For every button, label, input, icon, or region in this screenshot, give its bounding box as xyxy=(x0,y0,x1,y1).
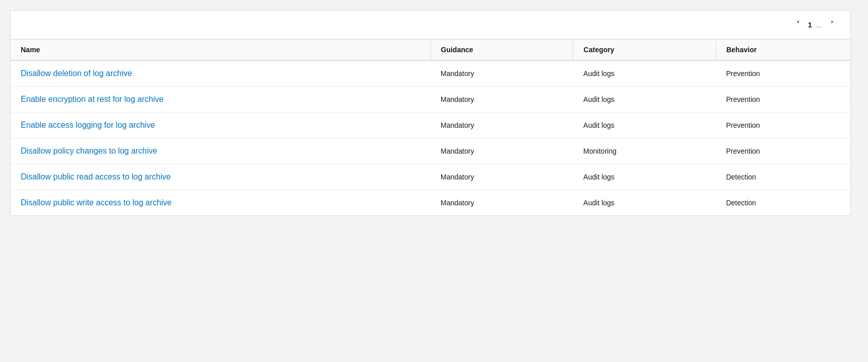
control-link-0[interactable]: Disallow deletion of log archive xyxy=(21,69,132,78)
cell-name-5: Disallow public write access to log arch… xyxy=(11,190,430,216)
table-row: Disallow policy changes to log archiveMa… xyxy=(11,138,850,164)
cell-guidance-3: Mandatory xyxy=(430,138,573,164)
main-container: ˂ 1 ... ˃ Name Guidance Category Behavio… xyxy=(10,10,851,216)
column-header-behavior: Behavior xyxy=(716,40,850,61)
pagination-bar: ˂ 1 ... ˃ xyxy=(11,11,850,39)
cell-guidance-1: Mandatory xyxy=(430,87,573,113)
cell-guidance-2: Mandatory xyxy=(430,113,573,138)
table-body: Disallow deletion of log archiveMandator… xyxy=(11,60,850,215)
cell-behavior-5: Detection xyxy=(716,190,850,216)
table-row: Disallow public write access to log arch… xyxy=(11,190,850,216)
cell-name-3: Disallow policy changes to log archive xyxy=(11,138,430,164)
table-row: Enable access logging for log archiveMan… xyxy=(11,113,850,138)
control-link-5[interactable]: Disallow public write access to log arch… xyxy=(21,198,172,207)
control-link-1[interactable]: Enable encryption at rest for log archiv… xyxy=(21,95,164,103)
pagination-current-page: 1 xyxy=(808,21,812,29)
cell-category-5: Audit logs xyxy=(573,190,716,216)
table-wrapper: Name Guidance Category Behavior Disallow… xyxy=(11,39,850,215)
pagination-prev-button[interactable]: ˂ xyxy=(792,19,804,31)
cell-category-0: Audit logs xyxy=(573,60,716,87)
pagination-next-button[interactable]: ˃ xyxy=(826,19,838,31)
cell-name-1: Enable encryption at rest for log archiv… xyxy=(11,87,430,113)
cell-behavior-1: Prevention xyxy=(716,87,850,113)
cell-category-1: Audit logs xyxy=(573,87,716,113)
cell-category-3: Monitoring xyxy=(573,138,716,164)
cell-name-0: Disallow deletion of log archive xyxy=(11,60,430,87)
cell-category-4: Audit logs xyxy=(573,164,716,190)
pagination-ellipsis: ... xyxy=(816,21,822,29)
controls-table: Name Guidance Category Behavior Disallow… xyxy=(11,39,850,215)
cell-guidance-0: Mandatory xyxy=(430,60,573,87)
column-header-name: Name xyxy=(11,40,430,61)
control-link-3[interactable]: Disallow policy changes to log archive xyxy=(21,147,157,155)
cell-behavior-0: Prevention xyxy=(716,60,850,87)
column-header-category: Category xyxy=(573,40,716,61)
cell-behavior-4: Detection xyxy=(716,164,850,190)
table-row: Disallow deletion of log archiveMandator… xyxy=(11,60,850,87)
table-row: Enable encryption at rest for log archiv… xyxy=(11,87,850,113)
table-row: Disallow public read access to log archi… xyxy=(11,164,850,190)
cell-name-4: Disallow public read access to log archi… xyxy=(11,164,430,190)
cell-name-2: Enable access logging for log archive xyxy=(11,113,430,138)
cell-category-2: Audit logs xyxy=(573,113,716,138)
cell-guidance-4: Mandatory xyxy=(430,164,573,190)
control-link-4[interactable]: Disallow public read access to log archi… xyxy=(21,172,171,181)
table-header-row: Name Guidance Category Behavior xyxy=(11,40,850,61)
cell-guidance-5: Mandatory xyxy=(430,190,573,216)
cell-behavior-3: Prevention xyxy=(716,138,850,164)
column-header-guidance: Guidance xyxy=(430,40,573,61)
control-link-2[interactable]: Enable access logging for log archive xyxy=(21,121,155,129)
cell-behavior-2: Prevention xyxy=(716,113,850,138)
